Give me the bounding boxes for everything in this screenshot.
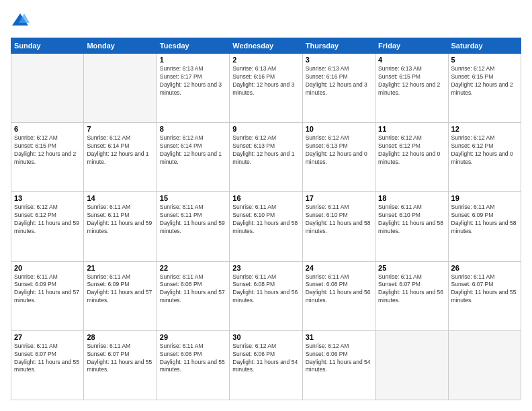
header [11,11,521,30]
calendar-cell: 3Sunrise: 6:13 AM Sunset: 6:16 PM Daylig… [302,54,375,123]
calendar-cell: 8Sunrise: 6:12 AM Sunset: 6:14 PM Daylig… [157,123,229,192]
day-info: Sunrise: 6:12 AM Sunset: 6:15 PM Dayligh… [14,134,81,167]
calendar-header-sunday: Sunday [11,38,84,54]
day-info: Sunrise: 6:13 AM Sunset: 6:16 PM Dayligh… [232,65,299,97]
calendar-cell: 28Sunrise: 6:11 AM Sunset: 6:07 PM Dayli… [84,330,157,400]
calendar-cell: 27Sunrise: 6:11 AM Sunset: 6:07 PM Dayli… [11,330,84,400]
day-info: Sunrise: 6:11 AM Sunset: 6:10 PM Dayligh… [378,203,445,236]
day-number: 22 [160,264,226,272]
day-info: Sunrise: 6:13 AM Sunset: 6:15 PM Dayligh… [378,65,445,97]
day-number: 6 [14,125,81,133]
calendar-cell: 17Sunrise: 6:11 AM Sunset: 6:10 PM Dayli… [302,192,375,261]
day-number: 31 [306,333,372,341]
logo [11,11,32,30]
calendar-cell: 6Sunrise: 6:12 AM Sunset: 6:15 PM Daylig… [11,123,84,192]
day-info: Sunrise: 6:12 AM Sunset: 6:13 PM Dayligh… [306,134,372,167]
calendar-header-thursday: Thursday [302,38,375,54]
calendar-cell: 21Sunrise: 6:11 AM Sunset: 6:09 PM Dayli… [84,261,157,330]
calendar-cell: 14Sunrise: 6:11 AM Sunset: 6:11 PM Dayli… [84,192,157,261]
calendar-header-tuesday: Tuesday [157,38,229,54]
day-number: 10 [306,125,372,133]
calendar-week-3: 13Sunrise: 6:12 AM Sunset: 6:12 PM Dayli… [11,192,521,261]
day-info: Sunrise: 6:12 AM Sunset: 6:06 PM Dayligh… [306,342,372,375]
day-number: 25 [378,264,445,272]
day-info: Sunrise: 6:12 AM Sunset: 6:12 PM Dayligh… [14,203,81,236]
day-info: Sunrise: 6:11 AM Sunset: 6:09 PM Dayligh… [87,273,153,306]
day-info: Sunrise: 6:11 AM Sunset: 6:10 PM Dayligh… [232,203,299,236]
day-info: Sunrise: 6:12 AM Sunset: 6:14 PM Dayligh… [87,134,153,167]
day-number: 1 [160,56,226,64]
calendar-header-wednesday: Wednesday [230,38,302,54]
day-info: Sunrise: 6:11 AM Sunset: 6:11 PM Dayligh… [160,203,226,236]
day-info: Sunrise: 6:12 AM Sunset: 6:15 PM Dayligh… [451,65,518,97]
day-info: Sunrise: 6:12 AM Sunset: 6:12 PM Dayligh… [451,134,518,167]
day-number: 9 [232,125,299,133]
day-info: Sunrise: 6:11 AM Sunset: 6:06 PM Dayligh… [160,342,226,375]
calendar-cell: 9Sunrise: 6:12 AM Sunset: 6:13 PM Daylig… [230,123,302,192]
day-number: 5 [451,56,518,64]
logo-icon [11,11,30,30]
day-info: Sunrise: 6:11 AM Sunset: 6:07 PM Dayligh… [14,342,81,375]
calendar-cell: 11Sunrise: 6:12 AM Sunset: 6:12 PM Dayli… [375,123,448,192]
day-info: Sunrise: 6:12 AM Sunset: 6:14 PM Dayligh… [160,134,226,167]
day-number: 19 [451,194,518,202]
day-number: 27 [14,333,81,341]
calendar-cell: 18Sunrise: 6:11 AM Sunset: 6:10 PM Dayli… [375,192,448,261]
day-info: Sunrise: 6:11 AM Sunset: 6:07 PM Dayligh… [87,342,153,375]
calendar-cell: 10Sunrise: 6:12 AM Sunset: 6:13 PM Dayli… [302,123,375,192]
calendar-cell: 4Sunrise: 6:13 AM Sunset: 6:15 PM Daylig… [375,54,448,123]
day-number: 20 [14,264,81,272]
calendar-cell: 30Sunrise: 6:12 AM Sunset: 6:06 PM Dayli… [230,330,302,400]
day-info: Sunrise: 6:11 AM Sunset: 6:09 PM Dayligh… [451,203,518,236]
calendar-cell: 2Sunrise: 6:13 AM Sunset: 6:16 PM Daylig… [230,54,302,123]
calendar-cell: 15Sunrise: 6:11 AM Sunset: 6:11 PM Dayli… [157,192,229,261]
day-number: 12 [451,125,518,133]
day-number: 28 [87,333,153,341]
day-number: 17 [306,194,372,202]
day-number: 4 [378,56,445,64]
calendar-header-saturday: Saturday [448,38,521,54]
day-number: 21 [87,264,153,272]
day-number: 14 [87,194,153,202]
day-info: Sunrise: 6:12 AM Sunset: 6:12 PM Dayligh… [378,134,445,167]
day-number: 18 [378,194,445,202]
day-number: 26 [451,264,518,272]
day-info: Sunrise: 6:12 AM Sunset: 6:06 PM Dayligh… [232,342,299,375]
day-number: 15 [160,194,226,202]
day-info: Sunrise: 6:11 AM Sunset: 6:10 PM Dayligh… [306,203,372,236]
calendar-cell: 12Sunrise: 6:12 AM Sunset: 6:12 PM Dayli… [448,123,521,192]
day-number: 3 [306,56,372,64]
day-info: Sunrise: 6:13 AM Sunset: 6:16 PM Dayligh… [306,65,372,97]
page: SundayMondayTuesdayWednesdayThursdayFrid… [0,0,532,411]
day-number: 7 [87,125,153,133]
calendar-header-row: SundayMondayTuesdayWednesdayThursdayFrid… [11,38,521,54]
day-number: 29 [160,333,226,341]
day-number: 23 [232,264,299,272]
day-info: Sunrise: 6:11 AM Sunset: 6:07 PM Dayligh… [378,273,445,306]
calendar-cell: 24Sunrise: 6:11 AM Sunset: 6:08 PM Dayli… [302,261,375,330]
day-number: 2 [232,56,299,64]
day-number: 16 [232,194,299,202]
calendar-cell [11,54,84,123]
calendar-cell: 22Sunrise: 6:11 AM Sunset: 6:08 PM Dayli… [157,261,229,330]
day-info: Sunrise: 6:13 AM Sunset: 6:17 PM Dayligh… [160,65,226,97]
calendar-cell: 29Sunrise: 6:11 AM Sunset: 6:06 PM Dayli… [157,330,229,400]
calendar-cell: 19Sunrise: 6:11 AM Sunset: 6:09 PM Dayli… [448,192,521,261]
calendar-cell [84,54,157,123]
calendar-cell: 20Sunrise: 6:11 AM Sunset: 6:09 PM Dayli… [11,261,84,330]
calendar: SundayMondayTuesdayWednesdayThursdayFrid… [11,38,521,400]
day-number: 24 [306,264,372,272]
day-info: Sunrise: 6:11 AM Sunset: 6:08 PM Dayligh… [160,273,226,306]
calendar-week-2: 6Sunrise: 6:12 AM Sunset: 6:15 PM Daylig… [11,123,521,192]
day-number: 11 [378,125,445,133]
calendar-cell: 25Sunrise: 6:11 AM Sunset: 6:07 PM Dayli… [375,261,448,330]
day-info: Sunrise: 6:12 AM Sunset: 6:13 PM Dayligh… [232,134,299,167]
calendar-cell: 13Sunrise: 6:12 AM Sunset: 6:12 PM Dayli… [11,192,84,261]
day-number: 13 [14,194,81,202]
calendar-cell: 7Sunrise: 6:12 AM Sunset: 6:14 PM Daylig… [84,123,157,192]
calendar-cell: 26Sunrise: 6:11 AM Sunset: 6:07 PM Dayli… [448,261,521,330]
calendar-cell: 23Sunrise: 6:11 AM Sunset: 6:08 PM Dayli… [230,261,302,330]
calendar-cell [375,330,448,400]
calendar-week-4: 20Sunrise: 6:11 AM Sunset: 6:09 PM Dayli… [11,261,521,330]
day-info: Sunrise: 6:11 AM Sunset: 6:09 PM Dayligh… [14,273,81,306]
